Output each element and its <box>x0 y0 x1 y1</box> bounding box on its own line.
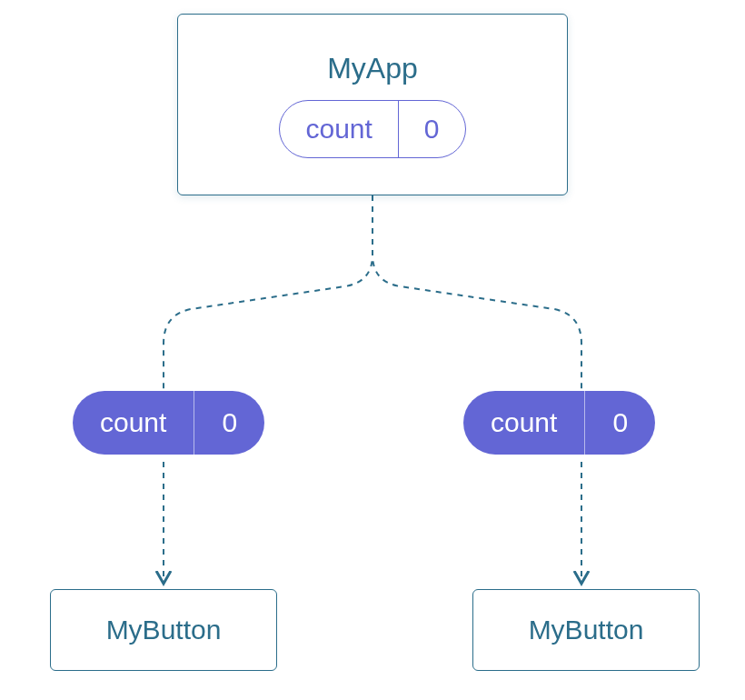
component-label: MyButton <box>106 615 222 645</box>
right-prop-pill: count 0 <box>463 391 655 455</box>
right-child-component-box: MyButton <box>472 589 700 671</box>
state-label: count <box>280 101 398 157</box>
component-tree-diagram: MyApp count 0 count 0 count 0 MyButton M… <box>0 0 745 700</box>
root-state-pill: count 0 <box>279 100 465 158</box>
prop-value: 0 <box>194 391 264 455</box>
prop-value: 0 <box>585 391 655 455</box>
component-label: MyButton <box>529 615 644 645</box>
left-child-component-box: MyButton <box>50 589 277 671</box>
prop-label: count <box>463 391 585 455</box>
root-component-title: MyApp <box>327 52 418 85</box>
state-value: 0 <box>399 101 465 157</box>
root-component-box: MyApp count 0 <box>177 14 568 195</box>
left-prop-pill: count 0 <box>73 391 264 455</box>
prop-label: count <box>73 391 194 455</box>
